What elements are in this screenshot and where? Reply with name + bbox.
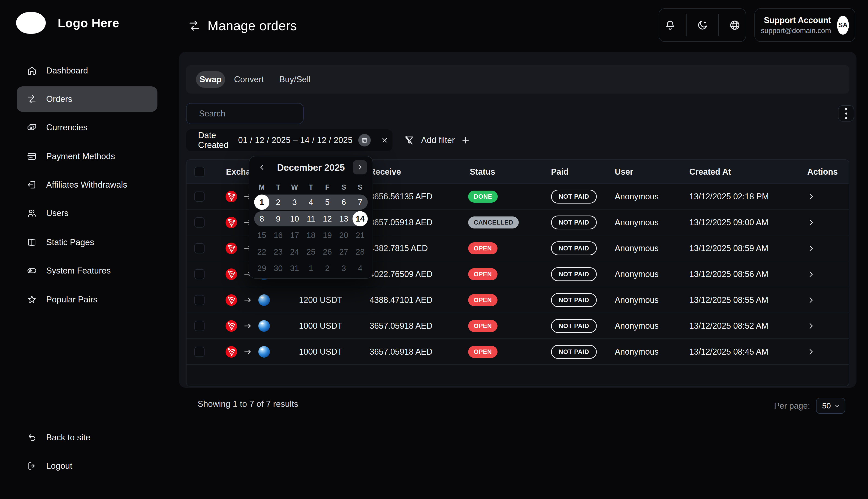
tab-swap[interactable]: Swap <box>196 71 225 88</box>
globe-icon[interactable] <box>729 19 741 31</box>
calendar-next-month-button[interactable] <box>353 160 367 174</box>
calendar-day-15[interactable]: 15 <box>254 228 269 243</box>
calendar-day-12[interactable]: 12 <box>320 211 335 227</box>
paid-badge[interactable]: NOT PAID <box>551 216 597 229</box>
row-detail-chevron[interactable] <box>807 348 815 356</box>
calendar-day-4[interactable]: 4 <box>303 195 318 210</box>
calendar-day-5[interactable]: 5 <box>320 195 335 210</box>
calendar-day-16[interactable]: 16 <box>271 228 286 243</box>
status-badge: CANCELLED <box>468 217 519 229</box>
calendar-day-7[interactable]: 7 <box>353 195 368 210</box>
calendar-day-4[interactable]: 4 <box>353 260 368 276</box>
sidebar-item-dashboard[interactable]: Dashboard <box>17 58 158 83</box>
moon-icon[interactable] <box>696 19 708 31</box>
table-row[interactable]: 1000 USDT 3657.05918 AED OPEN NOT PAID A… <box>187 339 849 365</box>
sidebar-item-orders[interactable]: Orders <box>17 86 158 112</box>
calendar-day-27[interactable]: 27 <box>336 244 351 259</box>
table-row[interactable]: 1200 USDT 4388.47101 AED OPEN NOT PAID A… <box>187 287 849 313</box>
row-checkbox[interactable] <box>194 269 204 279</box>
status-badge: OPEN <box>468 294 498 306</box>
row-detail-chevron[interactable] <box>807 296 815 304</box>
calendar-day-25[interactable]: 25 <box>303 244 318 259</box>
add-filter-button[interactable]: Add filter <box>421 135 470 145</box>
paid-badge[interactable]: NOT PAID <box>551 319 597 333</box>
paid-badge[interactable]: NOT PAID <box>551 345 597 359</box>
calendar-dow-label: S <box>336 183 351 192</box>
row-checkbox[interactable] <box>194 217 204 228</box>
bell-icon[interactable] <box>664 19 676 31</box>
sidebar-item-system-features[interactable]: System Features <box>17 258 158 283</box>
status-badge: OPEN <box>468 320 498 332</box>
sidebar-item-static-pages[interactable]: Static Pages <box>17 230 158 255</box>
sidebar-item-currencies[interactable]: Currencies <box>17 115 158 140</box>
calendar-dow-label: S <box>353 183 368 192</box>
sidebar-item-back-to-site[interactable]: Back to site <box>17 425 158 450</box>
calendar-day-21[interactable]: 21 <box>353 228 368 243</box>
sidebar-item-popular-pairs[interactable]: Popular Pairs <box>17 287 158 312</box>
row-detail-chevron[interactable] <box>807 218 815 227</box>
paid-badge[interactable]: NOT PAID <box>551 293 597 307</box>
calendar-day-22[interactable]: 22 <box>254 244 269 259</box>
date-filter-range: 01 / 12 / 2025 – 14 / 12 / 2025 <box>238 135 353 145</box>
table-row[interactable]: 1000 USDT 3657.05918 AED OPEN NOT PAID A… <box>187 313 849 339</box>
table-options-button[interactable] <box>838 105 854 122</box>
calendar-day-14[interactable]: 14 <box>353 211 368 227</box>
calendar-day-18[interactable]: 18 <box>303 228 318 243</box>
calendar-dow-label: F <box>320 183 335 192</box>
tab-buy-sell[interactable]: Buy/Sell <box>276 65 314 94</box>
tab-convert[interactable]: Convert <box>230 65 268 94</box>
calendar-day-30[interactable]: 30 <box>271 260 286 276</box>
row-detail-chevron[interactable] <box>807 244 815 253</box>
per-page-select[interactable]: 50 <box>816 398 845 414</box>
calendar-day-2[interactable]: 2 <box>320 260 335 276</box>
row-detail-chevron[interactable] <box>807 270 815 278</box>
calendar-day-6[interactable]: 6 <box>336 195 351 210</box>
calendar-day-26[interactable]: 26 <box>320 244 335 259</box>
tron-icon <box>226 320 237 332</box>
calendar-day-29[interactable]: 29 <box>254 260 269 276</box>
calendar-day-1[interactable]: 1 <box>254 195 269 210</box>
calendar-day-17[interactable]: 17 <box>287 228 302 243</box>
paid-badge[interactable]: NOT PAID <box>551 267 597 281</box>
paid-badge[interactable]: NOT PAID <box>551 190 597 204</box>
sidebar-item-users[interactable]: Users <box>17 200 158 226</box>
account-menu[interactable]: Support Account support@domain.com SA <box>754 8 855 42</box>
calendar-day-20[interactable]: 20 <box>336 228 351 243</box>
calendar-day-24[interactable]: 24 <box>287 244 302 259</box>
select-all-checkbox[interactable] <box>194 167 204 177</box>
date-filter-chip[interactable]: Date Created 01 / 12 / 2025 – 14 / 12 / … <box>186 129 392 151</box>
calendar-day-31[interactable]: 31 <box>287 260 302 276</box>
clear-all-filters-icon[interactable] <box>404 135 415 146</box>
calendar-day-10[interactable]: 10 <box>287 211 302 227</box>
calendar-day-1[interactable]: 1 <box>303 260 318 276</box>
created-at-cell: 13/12/2025 02:18 PM <box>689 184 769 209</box>
row-checkbox[interactable] <box>194 295 204 305</box>
sidebar-item-affiliates-withdrawals[interactable]: Affiliates Withdrawals <box>17 172 158 197</box>
row-checkbox[interactable] <box>194 347 204 357</box>
sidebar-item-logout[interactable]: Logout <box>17 453 158 479</box>
calendar-day-19[interactable]: 19 <box>320 228 335 243</box>
calendar-day-3[interactable]: 3 <box>287 195 302 210</box>
open-calendar-button[interactable] <box>358 134 371 146</box>
search-input[interactable] <box>199 109 306 119</box>
sidebar-item-payment-methods[interactable]: Payment Methods <box>17 144 158 169</box>
calendar-day-28[interactable]: 28 <box>353 244 368 259</box>
calendar-day-9[interactable]: 9 <box>271 211 286 227</box>
clear-date-filter-icon[interactable] <box>381 136 388 144</box>
row-checkbox[interactable] <box>194 321 204 331</box>
calendar-day-11[interactable]: 11 <box>303 211 318 227</box>
add-filter-label: Add filter <box>421 135 455 145</box>
row-detail-chevron[interactable] <box>807 193 815 201</box>
calendar-day-2[interactable]: 2 <box>271 195 286 210</box>
column-header-status: Status <box>470 160 495 184</box>
row-checkbox[interactable] <box>194 243 204 253</box>
status-badge: OPEN <box>468 346 498 358</box>
row-detail-chevron[interactable] <box>807 322 815 330</box>
calendar-day-3[interactable]: 3 <box>336 260 351 276</box>
calendar-day-23[interactable]: 23 <box>271 244 286 259</box>
kebab-dot <box>845 112 847 114</box>
calendar-day-13[interactable]: 13 <box>336 211 351 227</box>
calendar-day-8[interactable]: 8 <box>254 211 269 227</box>
paid-badge[interactable]: NOT PAID <box>551 241 597 255</box>
row-checkbox[interactable] <box>194 192 204 202</box>
